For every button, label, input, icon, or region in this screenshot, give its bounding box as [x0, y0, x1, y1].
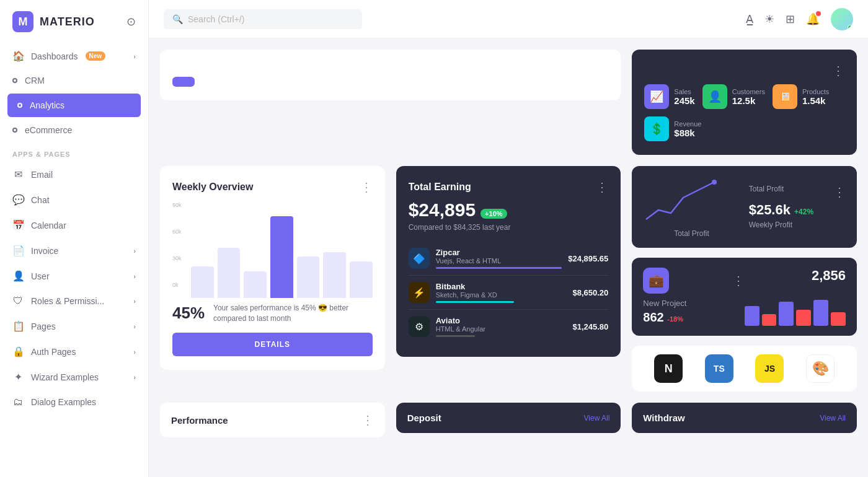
sidebar-item-analytics[interactable]: Analytics	[7, 94, 141, 117]
sales-icon: 📈	[644, 84, 669, 109]
y-60k: 60k	[172, 229, 182, 235]
grid-icon[interactable]: ⊞	[786, 12, 795, 26]
home-icon: 🏠	[12, 50, 24, 62]
right-column: Total Profit Total Profit ⋮ $25.6k +42% …	[632, 166, 857, 392]
total-profit-card: Total Profit Total Profit ⋮ $25.6k +42% …	[632, 166, 857, 248]
circle-icon	[12, 128, 17, 133]
chevron-icon: ›	[133, 297, 136, 305]
circle-icon	[12, 78, 17, 83]
earn-item-zipcar: 🔷 Zipcar Vuejs, React & HTML $24,895.65	[409, 242, 609, 276]
bitbank-sub: Sketch, Figma & XD	[436, 291, 567, 299]
sidebar-item-pages[interactable]: 📋 Pages ›	[0, 313, 148, 339]
sidebar-item-invoice[interactable]: 📄 Invoice ›	[0, 238, 148, 263]
customers-icon: 👤	[702, 84, 727, 109]
products-label: Products	[802, 88, 829, 95]
avatar[interactable]	[831, 8, 853, 30]
details-button[interactable]: DETAILS	[172, 333, 373, 356]
sidebar-item-user[interactable]: 👤 User ›	[0, 263, 148, 289]
performance-more-icon[interactable]: ⋮	[361, 413, 374, 427]
sidebar-item-label: CRM	[25, 76, 45, 85]
sidebar-item-label: Email	[31, 170, 53, 180]
weekly-overview-card: Weekly Overview ⋮ 90k 60k 30k 0k 45% Yo	[160, 166, 385, 370]
proj-bar-6	[831, 312, 846, 326]
record-icon[interactable]: ⊙	[126, 15, 136, 28]
withdraw-view-all[interactable]: View All	[820, 414, 846, 422]
sidebar-item-crm[interactable]: CRM	[0, 69, 148, 92]
weekly-profit-label: Weekly Profit	[749, 221, 846, 229]
earning-amount: $24,895	[409, 199, 476, 221]
sidebar-item-label: Analytics	[30, 100, 64, 110]
chevron-icon: ›	[133, 247, 136, 255]
chevron-icon: ›	[133, 348, 136, 356]
zipcar-icon: 🔷	[409, 248, 430, 269]
profit-more-icon[interactable]: ⋮	[833, 185, 846, 199]
view-sales-button[interactable]	[172, 77, 195, 87]
transactions-more-icon[interactable]: ⋮	[832, 63, 844, 78]
bar-6	[323, 252, 346, 298]
shield-icon: 🛡	[12, 295, 24, 307]
y-0k: 0k	[172, 282, 182, 288]
chat-icon: 💬	[12, 194, 24, 206]
sidebar-item-wizard[interactable]: ✦ Wizard Examples ›	[0, 364, 148, 390]
earning-more-icon[interactable]: ⋮	[596, 180, 608, 195]
weekly-description: Your sales performance is 45% 😎 better c…	[213, 303, 373, 324]
sidebar-item-chat[interactable]: 💬 Chat	[0, 187, 148, 212]
bar-2	[218, 248, 241, 298]
transactions-stats: 📈 Sales245k 👤 Customers12.5k 🖥 Products1…	[644, 84, 844, 141]
stat-sales: 📈 Sales245k	[644, 84, 694, 109]
chevron-icon: ›	[133, 273, 136, 280]
email-icon: ✉	[12, 168, 24, 180]
aviato-icon: ⚙	[409, 316, 430, 337]
bar-5	[297, 256, 320, 299]
chevron-icon: ›	[133, 53, 136, 60]
new-project-card: 💼 ⋮ New Project 862 -18% 2,856	[632, 258, 857, 336]
performance-title: Performance	[171, 415, 228, 426]
sidebar-item-ecommerce[interactable]: eCommerce	[0, 118, 148, 142]
congrats-card	[160, 50, 621, 100]
bitbank-icon: ⚡	[409, 282, 430, 303]
sidebar-item-label: Auth Pages	[31, 347, 76, 357]
notification-dot	[816, 11, 821, 16]
sidebar-item-label: Calendar	[31, 221, 66, 230]
project-bars	[745, 295, 846, 326]
search-box[interactable]: 🔍 Search (Ctrl+/)	[164, 9, 362, 29]
sidebar-item-calendar[interactable]: 📅 Calendar	[0, 212, 148, 238]
proj-bar-3	[779, 302, 794, 326]
project-more-icon[interactable]: ⋮	[732, 273, 745, 288]
content-grid: ⋮ 📈 Sales245k 👤 Customers12.5k 🖥 Product…	[149, 38, 868, 477]
online-indicator	[848, 25, 852, 30]
wizard-icon: ✦	[12, 371, 24, 383]
profit-sparkline	[643, 176, 717, 225]
customers-label: Customers	[732, 88, 765, 95]
sales-value: 245k	[674, 95, 694, 106]
project-icon: 💼	[643, 268, 669, 294]
bar-4	[270, 216, 293, 298]
withdraw-card: Withdraw View All	[632, 403, 857, 433]
sidebar-item-label: Dashboards	[31, 51, 78, 61]
revenue-label: Revenue	[674, 120, 701, 128]
stat-products: 🖥 Products1.54k	[773, 84, 829, 109]
search-placeholder: Search (Ctrl+/)	[188, 14, 244, 24]
sidebar-item-email[interactable]: ✉ Email	[0, 162, 148, 187]
main-area: 🔍 Search (Ctrl+/) A̲ ☀ ⊞ 🔔	[149, 0, 868, 477]
logo-name: MATERIO	[40, 15, 95, 28]
project-value: 2,856	[745, 268, 846, 284]
notification-icon[interactable]: 🔔	[806, 12, 820, 26]
deposit-view-all[interactable]: View All	[584, 414, 610, 422]
sidebar-item-dialog[interactable]: 🗂 Dialog Examples	[0, 390, 148, 414]
topbar-actions: A̲ ☀ ⊞ 🔔	[746, 8, 853, 30]
theme-icon[interactable]: ☀	[764, 12, 774, 26]
stat-revenue: 💲 Revenue$88k	[644, 116, 701, 141]
invoice-icon: 📄	[12, 245, 24, 256]
user-icon: 👤	[12, 270, 24, 282]
sidebar-item-auth[interactable]: 🔒 Auth Pages ›	[0, 339, 148, 364]
calendar-icon: 📅	[12, 219, 24, 231]
customers-value: 12.5k	[732, 95, 765, 106]
lock-icon: 🔒	[12, 346, 24, 357]
proj-bar-4	[796, 310, 811, 326]
sidebar-item-dashboards[interactable]: 🏠 Dashboards New ›	[0, 43, 148, 69]
nextjs-icon: N	[654, 354, 683, 383]
sidebar-item-roles[interactable]: 🛡 Roles & Permissi... ›	[0, 289, 148, 313]
translate-icon[interactable]: A̲	[746, 12, 753, 26]
weekly-more-icon[interactable]: ⋮	[360, 180, 373, 195]
